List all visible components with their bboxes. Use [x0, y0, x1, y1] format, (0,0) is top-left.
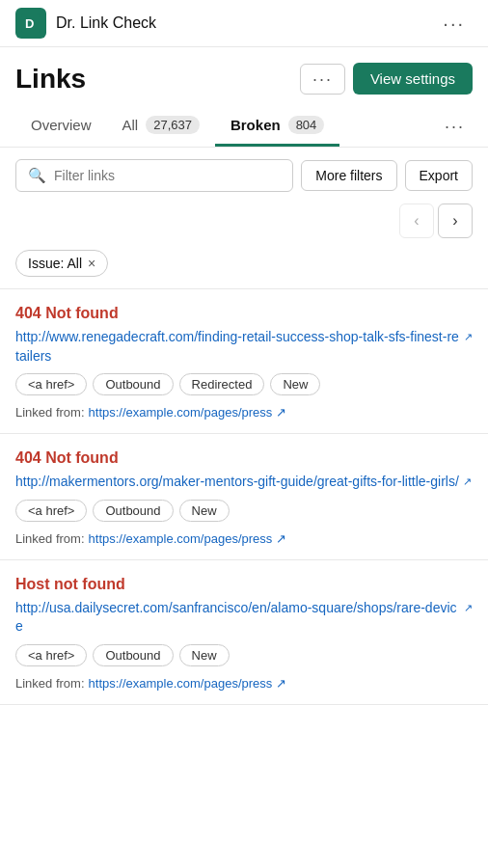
search-input[interactable] — [54, 168, 281, 183]
tabs-bar: Overview All 27,637 Broken 804 ··· — [0, 106, 488, 148]
tags-row-0: <a href>OutboundRedirectedNew — [15, 373, 473, 395]
tab-overview[interactable]: Overview — [15, 107, 107, 146]
header-section: Links ··· View settings — [0, 47, 488, 106]
linked-from-2: Linked from: https://example.com/pages/p… — [15, 676, 473, 704]
tab-all-badge: 27,637 — [146, 116, 200, 134]
external-link-icon-0: ↗ — [464, 330, 473, 344]
tag-0-2: Redirected — [179, 373, 265, 395]
tab-overview-label: Overview — [31, 117, 92, 133]
error-label-0: 404 Not found — [15, 305, 473, 322]
filter-row: 🔍 More filters Export — [0, 148, 488, 200]
app-logo: D — [15, 8, 46, 39]
tag-2-0: <a href> — [15, 644, 87, 666]
search-box: 🔍 — [15, 159, 293, 192]
next-page-button[interactable]: › — [438, 203, 473, 238]
tab-broken-label: Broken — [230, 117, 281, 133]
tab-all[interactable]: All 27,637 — [107, 106, 215, 147]
export-button[interactable]: Export — [405, 160, 473, 191]
more-filters-button[interactable]: More filters — [301, 160, 396, 191]
tab-all-label: All — [122, 117, 139, 133]
link-cards-container: 404 Not foundhttp://www.renegadecraft.co… — [0, 289, 488, 705]
linked-from-label-0: Linked from: — [15, 405, 85, 420]
link-url-2[interactable]: http://usa.dailysecret.com/sanfrancisco/… — [15, 599, 473, 637]
tag-0-0: <a href> — [15, 373, 87, 395]
linked-from-1: Linked from: https://example.com/pages/p… — [15, 531, 473, 559]
linked-from-url-1[interactable]: https://example.com/pages/press ↗ — [89, 531, 286, 546]
tag-1-0: <a href> — [15, 500, 87, 522]
top-bar: D Dr. Link Check ··· — [0, 0, 488, 47]
linked-from-label-2: Linked from: — [15, 676, 85, 691]
error-label-2: Host not found — [15, 576, 473, 593]
external-link-icon-2: ↗ — [464, 601, 473, 615]
tab-broken[interactable]: Broken 804 — [215, 106, 339, 147]
next-icon: › — [452, 212, 457, 230]
header-actions: ··· View settings — [300, 63, 473, 95]
link-url-0[interactable]: http://www.renegadecraft.com/finding-ret… — [15, 328, 473, 366]
header-more-button[interactable]: ··· — [300, 64, 345, 95]
filter-tag-close[interactable]: × — [88, 257, 95, 270]
tag-1-2: New — [179, 500, 230, 522]
link-card-2: Host not foundhttp://usa.dailysecret.com… — [0, 560, 488, 705]
prev-icon: ‹ — [414, 212, 419, 230]
search-icon: 🔍 — [28, 167, 46, 184]
tabs-more-button[interactable]: ··· — [437, 113, 473, 141]
link-card-0: 404 Not foundhttp://www.renegadecraft.co… — [0, 289, 488, 434]
linked-from-0: Linked from: https://example.com/pages/p… — [15, 405, 473, 433]
linked-from-label-1: Linked from: — [15, 531, 85, 546]
link-url-1[interactable]: http://makermentors.org/maker-mentors-gi… — [15, 473, 473, 492]
tags-row-1: <a href>OutboundNew — [15, 500, 473, 522]
tags-row-2: <a href>OutboundNew — [15, 644, 473, 666]
tag-2-2: New — [179, 644, 230, 666]
pagination-row: ‹ › — [0, 200, 488, 246]
error-label-1: 404 Not found — [15, 449, 473, 467]
svg-text:D: D — [25, 16, 34, 31]
top-bar-left: D Dr. Link Check — [15, 8, 156, 39]
linked-from-url-2[interactable]: https://example.com/pages/press ↗ — [89, 676, 286, 691]
tag-1-1: Outbound — [93, 500, 173, 522]
page-title: Links — [15, 64, 86, 95]
tab-broken-badge: 804 — [288, 116, 325, 134]
tag-0-3: New — [270, 373, 320, 395]
tag-2-1: Outbound — [93, 644, 173, 666]
view-settings-button[interactable]: View settings — [353, 63, 473, 95]
app-title: Dr. Link Check — [56, 14, 156, 32]
external-link-icon-1: ↗ — [463, 475, 472, 489]
top-bar-more-button[interactable]: ··· — [435, 9, 473, 39]
prev-page-button[interactable]: ‹ — [399, 203, 434, 238]
link-card-1: 404 Not foundhttp://makermentors.org/mak… — [0, 434, 488, 560]
tag-0-1: Outbound — [93, 373, 173, 395]
filter-tag-label: Issue: All — [28, 256, 82, 271]
linked-from-url-0[interactable]: https://example.com/pages/press ↗ — [89, 405, 286, 420]
issue-filter-tag: Issue: All × — [15, 250, 108, 277]
active-filters: Issue: All × — [0, 246, 488, 288]
